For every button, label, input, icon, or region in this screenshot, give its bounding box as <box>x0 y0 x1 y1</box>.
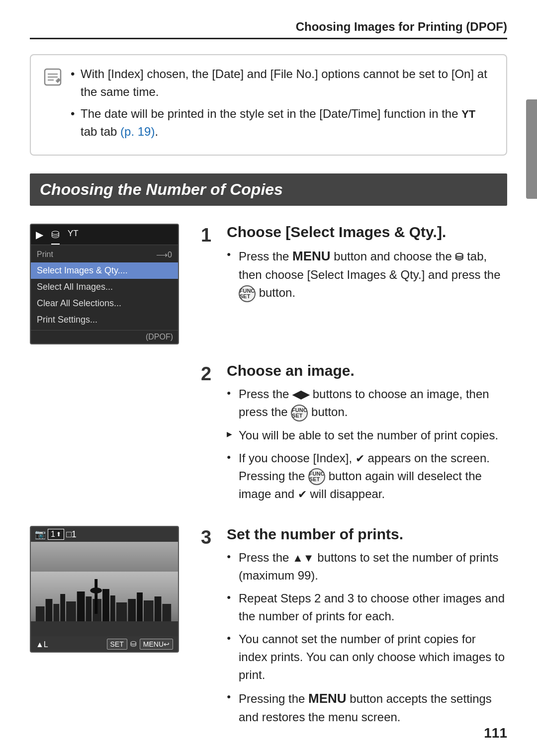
svg-rect-6 <box>31 621 178 636</box>
menu-row-select-all: Select All Images... <box>31 279 178 295</box>
arrow-ud-icon: ▲▼ <box>292 552 314 564</box>
print-icon-label: ⛁ <box>130 640 137 649</box>
steps-area: ▶ ⛁ YT Print⟶0 Select Images & Qty.... S… <box>30 224 507 731</box>
step-3-title: Set the number of prints. <box>227 526 507 543</box>
svg-rect-20 <box>144 600 154 621</box>
step-2-number: 2 <box>201 363 223 385</box>
page-container: Choosing Images for Printing (DPOF) With… <box>0 0 537 756</box>
set-button-label: SET <box>107 639 127 650</box>
func-button-1: FUNCSET <box>239 285 256 302</box>
step-1-inner: 1 Choose [Select Images & Qty.]. Press t… <box>201 224 507 307</box>
step-3-left: 📷 1 ⬆ □1 <box>30 526 189 653</box>
func-button-3: FUNCSET <box>308 468 325 485</box>
step-1-row: ▶ ⛁ YT Print⟶0 Select Images & Qty.... S… <box>30 224 507 344</box>
menu-row-print: Print⟶0 <box>31 247 178 262</box>
menu-tab-settings: YT <box>68 229 79 245</box>
camera-icon: 📷 <box>35 529 46 540</box>
svg-rect-13 <box>86 596 92 621</box>
step-3-inner: 3 Set the number of prints. Press the ▲▼… <box>201 526 507 731</box>
step-3-bullet-2: Repeat Steps 2 and 3 to choose other ima… <box>227 589 507 625</box>
step-2-bullet-1: Press the ◀▶ buttons to choose an image,… <box>227 385 507 421</box>
svg-rect-8 <box>46 599 53 621</box>
note-tab-symbol: YT <box>461 108 475 120</box>
step-1-bullet-1: Press the MENU button and choose the ⛁ t… <box>227 247 507 302</box>
counter-box: 1 ⬆ <box>48 529 64 540</box>
note-bullet-1: With [Index] chosen, the [Date] and [Fil… <box>71 65 494 101</box>
svg-rect-23 <box>94 579 97 614</box>
func-button-2: FUNCSET <box>291 405 308 421</box>
step-3-bullets: Press the ▲▼ buttons to set the number o… <box>227 549 507 726</box>
step-2-bullets: Press the ◀▶ buttons to choose an image,… <box>227 385 507 503</box>
counter-arrow-up-icon: ⬆ <box>56 531 61 538</box>
svg-rect-21 <box>155 596 162 621</box>
camera-bottom-left: ▲L <box>36 638 48 650</box>
step-3-number: 3 <box>201 527 223 548</box>
section-heading: Choosing the Number of Copies <box>30 173 507 206</box>
step-3-bullet-4: Pressing the MENU button accepts the set… <box>227 689 507 726</box>
resolution-icon: ▲L <box>36 640 48 649</box>
menu-tab-play: ▶ <box>36 229 43 245</box>
svg-rect-15 <box>102 589 109 621</box>
step-1-left: ▶ ⛁ YT Print⟶0 Select Images & Qty.... S… <box>30 224 189 344</box>
menu-rows: Print⟶0 Select Images & Qty.... Select A… <box>31 245 178 330</box>
menu-button-label: MENU↩ <box>140 639 173 650</box>
step-2-row: 2 Choose an image. Press the ◀▶ buttons … <box>30 362 507 508</box>
svg-rect-16 <box>110 595 115 621</box>
step-2-inner: 2 Choose an image. Press the ◀▶ buttons … <box>201 362 507 508</box>
svg-rect-19 <box>137 592 143 621</box>
svg-rect-10 <box>60 594 65 621</box>
note-icon <box>43 67 63 91</box>
svg-rect-25 <box>95 590 97 595</box>
menu-row-print-settings: Print Settings... <box>31 312 178 328</box>
step-3-content: Set the number of prints. Press the ▲▼ b… <box>227 526 507 731</box>
note-content: With [Index] chosen, the [Date] and [Fil… <box>71 65 494 145</box>
step-1-content: Choose [Select Images & Qty.]. Press the… <box>227 224 507 307</box>
side-tab <box>526 99 537 199</box>
step-3-row: 📷 1 ⬆ □1 <box>30 526 507 731</box>
svg-rect-18 <box>128 599 136 621</box>
camera-screen: 📷 1 ⬆ □1 <box>30 526 179 653</box>
step-2-title: Choose an image. <box>227 362 507 379</box>
step-3-bullet-3: You cannot set the number of print copie… <box>227 630 507 684</box>
menu-tabs: ▶ ⛁ YT <box>31 225 178 245</box>
step-1-right: 1 Choose [Select Images & Qty.]. Press t… <box>201 224 507 307</box>
counter-value: 1 <box>51 530 55 539</box>
svg-rect-11 <box>66 601 76 621</box>
step-2-bullet-2: You will be able to set the number of pr… <box>227 426 507 444</box>
camera-bottom-right: SET ⛁ MENU↩ <box>107 639 173 650</box>
note-link: (p. 19) <box>120 125 155 138</box>
camera-top-bar: 📷 1 ⬆ □1 <box>31 527 178 542</box>
menu-tab-print: ⛁ <box>51 229 60 245</box>
step-2-content: Choose an image. Press the ◀▶ buttons to… <box>227 362 507 508</box>
step-2-bullet-3: If you choose [Index], ✔ appears on the … <box>227 449 507 504</box>
step-1-number: 1 <box>201 225 223 246</box>
note-box: With [Index] chosen, the [Date] and [Fil… <box>30 54 507 156</box>
camera-counter: 📷 1 ⬆ □1 <box>35 529 77 540</box>
header-title: Choosing Images for Printing (DPOF) <box>296 20 507 33</box>
menu-footer: (DPOF) <box>31 330 178 343</box>
arrow-lr-icon: ◀▶ <box>292 388 309 401</box>
note-tab-text: tab <box>81 125 97 138</box>
page-number: 111 <box>484 725 507 741</box>
svg-rect-9 <box>53 604 59 621</box>
camera-screen-image <box>31 542 178 636</box>
step-1-title: Choose [Select Images & Qty.]. <box>227 224 507 241</box>
svg-rect-22 <box>162 604 171 621</box>
menu-screenshot: ▶ ⛁ YT Print⟶0 Select Images & Qty.... S… <box>30 224 179 344</box>
note-bullet-2: The date will be printed in the style se… <box>71 105 494 141</box>
step-3-bullet-1: Press the ▲▼ buttons to set the number o… <box>227 549 507 585</box>
counter-total: □1 <box>66 529 77 540</box>
svg-rect-12 <box>77 591 85 621</box>
page-header: Choosing Images for Printing (DPOF) <box>30 20 507 39</box>
svg-rect-7 <box>36 606 45 621</box>
camera-bottom-bar: ▲L SET ⛁ MENU↩ <box>31 636 178 652</box>
step-1-bullets: Press the MENU button and choose the ⛁ t… <box>227 247 507 302</box>
menu-row-select-images: Select Images & Qty.... <box>31 262 178 279</box>
step-3-right: 3 Set the number of prints. Press the ▲▼… <box>201 526 507 731</box>
svg-rect-17 <box>116 602 127 621</box>
step-2-right: 2 Choose an image. Press the ◀▶ buttons … <box>201 362 507 508</box>
menu-row-clear-all: Clear All Selections... <box>31 295 178 312</box>
